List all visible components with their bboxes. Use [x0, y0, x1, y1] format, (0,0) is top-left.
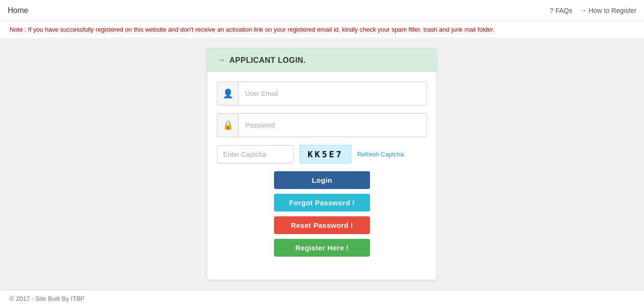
- copyright-text: © 2017 - Site Built By ITBP: [10, 295, 84, 302]
- user-icon: 👤: [217, 82, 239, 105]
- header: Home ? FAQs → How to Register: [0, 0, 644, 21]
- footer: © 2017 - Site Built By ITBP: [0, 290, 644, 307]
- login-card: → APPLICANT LOGIN. 👤 🔒 KK5E7 Refresh Cap…: [207, 48, 437, 280]
- header-nav: ? FAQs → How to Register: [550, 7, 636, 14]
- password-field-group: 🔒: [217, 113, 427, 137]
- login-header-icon: →: [217, 55, 226, 65]
- note-banner: Note : If you have successfully register…: [0, 21, 644, 38]
- lock-icon: 🔒: [217, 114, 239, 137]
- captcha-row: KK5E7 Refresh Captcha: [217, 145, 427, 164]
- home-link[interactable]: Home: [8, 6, 28, 15]
- main-content: → APPLICANT LOGIN. 👤 🔒 KK5E7 Refresh Cap…: [0, 38, 644, 290]
- login-header-text: APPLICANT LOGIN.: [229, 56, 306, 65]
- refresh-captcha-link[interactable]: Refresh Captcha: [357, 151, 404, 158]
- login-button[interactable]: Login: [274, 171, 370, 189]
- note-text: Note : If you have successfully register…: [10, 26, 495, 33]
- password-input[interactable]: [239, 116, 427, 135]
- forgot-password-button[interactable]: Forgot Password !: [274, 194, 370, 212]
- email-field-group: 👤: [217, 82, 427, 106]
- faqs-link[interactable]: ? FAQs: [550, 7, 572, 14]
- captcha-input[interactable]: [217, 145, 294, 164]
- captcha-image: KK5E7: [299, 145, 351, 164]
- signin-icon: →: [580, 7, 586, 14]
- question-icon: ?: [550, 7, 554, 14]
- login-header: → APPLICANT LOGIN.: [207, 48, 437, 72]
- reset-password-button[interactable]: Reset Password !: [274, 216, 370, 234]
- register-button[interactable]: Register Here !: [274, 239, 370, 257]
- faqs-label: FAQs: [555, 7, 572, 14]
- how-to-register-label: How to Register: [588, 7, 636, 14]
- email-input[interactable]: [239, 84, 427, 103]
- how-to-register-link[interactable]: → How to Register: [580, 7, 636, 14]
- button-group: Login Forgot Password ! Reset Password !…: [217, 171, 427, 257]
